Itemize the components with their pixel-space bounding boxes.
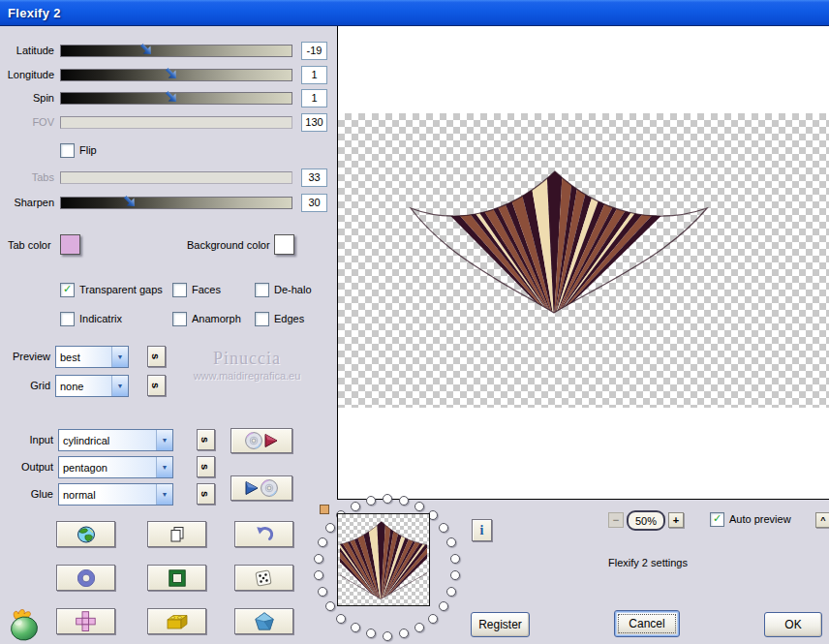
tabs-value-input[interactable]: 33: [301, 169, 327, 187]
preset-dot[interactable]: [325, 523, 335, 533]
watermark-name: Pinuccia: [163, 349, 331, 369]
preset-dot[interactable]: [325, 601, 335, 611]
preset-dot[interactable]: [439, 601, 448, 611]
edges-label: Edges: [274, 313, 304, 324]
preset-dot[interactable]: [446, 587, 456, 597]
preset-dot[interactable]: [414, 502, 424, 511]
anamorph-checkbox[interactable]: ✓: [172, 312, 187, 326]
polyhedron-button[interactable]: [234, 608, 293, 634]
torus-mode-button[interactable]: [56, 565, 115, 591]
longitude-slider[interactable]: [60, 69, 292, 81]
latitude-slider[interactable]: [60, 45, 292, 57]
background-color-swatch[interactable]: [274, 234, 294, 255]
de-halo-checkbox[interactable]: ✓: [255, 283, 269, 297]
anamorph-label: Anamorph: [192, 313, 241, 324]
undo-button[interactable]: [234, 521, 293, 547]
ok-button[interactable]: OK: [764, 612, 822, 637]
sharpen-value-input[interactable]: 30: [301, 194, 327, 212]
grid-label: Grid: [0, 380, 50, 391]
polyhedron-icon: [255, 612, 274, 630]
title-bar[interactable]: Flexify 2: [0, 0, 829, 26]
preview-dropdown[interactable]: best ▼: [55, 346, 129, 368]
preset-dot[interactable]: [351, 623, 360, 632]
latitude-value-input[interactable]: -19: [301, 42, 327, 60]
tab-color-label: Tab color: [8, 239, 51, 251]
load-settings-button[interactable]: [230, 428, 292, 453]
orange-handle[interactable]: [320, 505, 329, 514]
preset-dot[interactable]: [383, 494, 392, 504]
zoom-level-display[interactable]: 50%: [627, 510, 665, 531]
flip-checkbox[interactable]: ✓: [60, 143, 75, 158]
input-s-button[interactable]: s: [197, 429, 215, 450]
grid-dropdown-value: none: [56, 376, 111, 396]
latitude-slider-handle[interactable]: [137, 40, 156, 59]
glue-s-button[interactable]: s: [197, 483, 215, 505]
preset-dot[interactable]: [318, 537, 327, 547]
disc-play-icon: [244, 431, 279, 450]
torus-icon: [77, 569, 95, 587]
chevron-down-icon: ▼: [111, 347, 128, 367]
fov-value-input[interactable]: 130: [301, 113, 327, 132]
preview-canvas[interactable]: [337, 26, 829, 500]
glue-dropdown[interactable]: normal ▼: [58, 483, 173, 506]
spin-value-input[interactable]: 1: [301, 89, 327, 107]
save-settings-button[interactable]: [230, 475, 292, 501]
preview-s-button[interactable]: s: [147, 346, 166, 367]
longitude-slider-handle[interactable]: [162, 64, 181, 83]
flaming-pear-logo[interactable]: [5, 607, 44, 641]
cancel-button-label: Cancel: [629, 617, 664, 630]
tabs-slider: [60, 171, 292, 184]
edges-checkbox[interactable]: ✓: [255, 312, 269, 326]
tab-color-swatch[interactable]: [60, 234, 80, 255]
register-button[interactable]: Register: [471, 612, 530, 637]
preset-dot[interactable]: [318, 587, 327, 597]
preset-dot[interactable]: [414, 623, 424, 632]
preset-dot[interactable]: [336, 614, 346, 624]
preset-dot[interactable]: [383, 631, 392, 641]
collapse-button[interactable]: ^: [815, 512, 829, 528]
preset-dot[interactable]: [366, 629, 376, 638]
auto-preview-checkbox[interactable]: ✓: [710, 512, 724, 527]
preset-dot[interactable]: [439, 523, 448, 533]
globe-mode-button[interactable]: [56, 521, 115, 547]
zoom-out-button[interactable]: −: [608, 512, 624, 528]
square-frame-button[interactable]: [147, 565, 206, 591]
transparent-gaps-checkbox[interactable]: ✓: [60, 283, 75, 297]
sharpen-slider[interactable]: [60, 197, 292, 209]
preset-dot[interactable]: [428, 614, 438, 624]
preset-dot[interactable]: [314, 570, 323, 580]
output-s-button[interactable]: s: [197, 456, 215, 477]
random-settings-button[interactable]: [234, 565, 293, 591]
longitude-value-input[interactable]: 1: [301, 66, 327, 84]
faces-checkbox[interactable]: ✓: [172, 283, 187, 297]
zoom-in-button[interactable]: +: [668, 512, 684, 528]
preset-dot[interactable]: [351, 502, 360, 511]
indicatrix-checkbox[interactable]: ✓: [60, 312, 75, 326]
sharpen-slider-handle[interactable]: [120, 192, 139, 211]
preset-dot[interactable]: [399, 629, 409, 638]
preset-dot[interactable]: [450, 570, 460, 580]
spin-slider-handle[interactable]: [162, 87, 181, 107]
preset-dot[interactable]: [399, 496, 409, 506]
flexify-2-dialog: Flexify 2 Latitude -19 Longitude 1 Spin …: [0, 0, 829, 644]
grid-dropdown[interactable]: none ▼: [55, 375, 129, 397]
lego-brick-button[interactable]: [147, 608, 206, 634]
preset-dot[interactable]: [450, 554, 460, 564]
input-dropdown[interactable]: cylindrical ▼: [58, 429, 173, 451]
unfolded-cube-button[interactable]: [56, 608, 115, 634]
caret-up-icon: ^: [820, 516, 825, 525]
cross-icon: [76, 611, 96, 631]
preview-thumbnail[interactable]: [337, 513, 430, 606]
output-dropdown[interactable]: pentagon ▼: [58, 456, 173, 478]
preset-dot[interactable]: [366, 496, 376, 506]
info-button[interactable]: i: [472, 519, 492, 541]
chevron-down-icon: ▼: [156, 457, 172, 477]
cancel-button[interactable]: Cancel: [614, 610, 680, 637]
copy-button[interactable]: [147, 521, 206, 547]
preset-dot[interactable]: [446, 537, 456, 547]
dice-icon: [254, 568, 274, 588]
spin-slider[interactable]: [60, 92, 292, 105]
grid-s-button[interactable]: s: [147, 375, 166, 396]
fov-label: FOV: [2, 116, 54, 128]
preset-dot[interactable]: [314, 554, 323, 564]
